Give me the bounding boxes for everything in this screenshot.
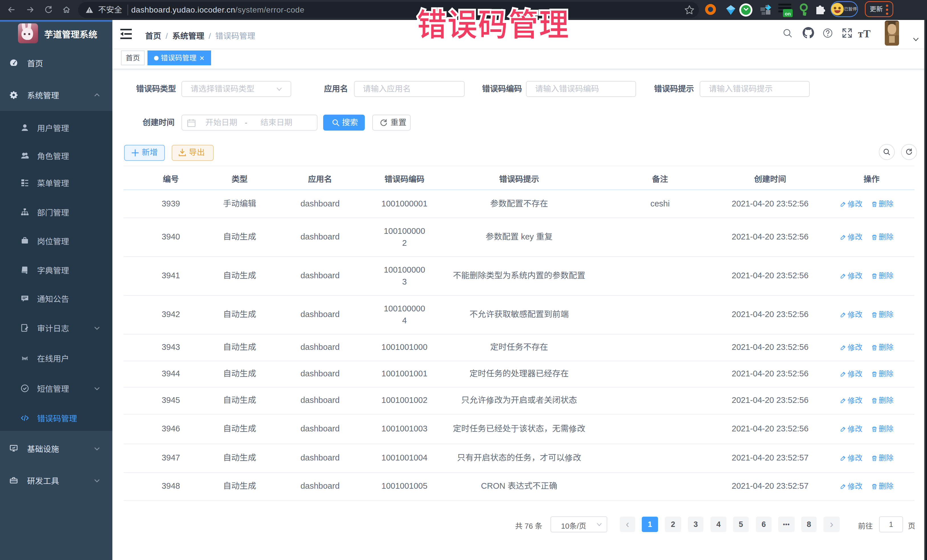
svg-text:on: on — [785, 11, 791, 17]
